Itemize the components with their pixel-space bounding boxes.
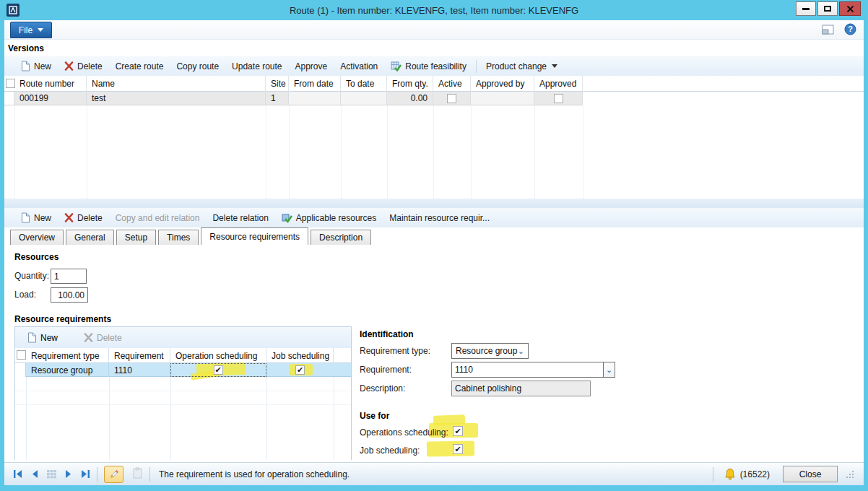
layout-icon[interactable] [822, 25, 834, 35]
rr-new-button[interactable]: New [21, 327, 64, 348]
window-body: File ? Versions [4, 20, 864, 485]
row-select-cell[interactable] [4, 92, 14, 105]
column-header[interactable]: To date [341, 76, 387, 92]
requirement-cell[interactable]: 1110 [109, 363, 170, 377]
relations-toolbar: New Delete Copy and edit relation Delete… [4, 208, 864, 227]
from-qty-cell[interactable]: 0.00 [387, 92, 433, 105]
quantity-field[interactable]: 1 [51, 269, 87, 284]
route-feasibility-button[interactable]: Route feasibility [384, 56, 473, 76]
help-icon[interactable]: ? [844, 23, 856, 35]
delete-button[interactable]: Delete [58, 56, 109, 76]
delete-x-icon [64, 213, 74, 222]
column-header[interactable]: From date [289, 76, 341, 92]
route-feasibility-label: Route feasibility [405, 61, 466, 71]
to-date-cell[interactable] [341, 92, 387, 105]
column-header[interactable]: Operation scheduling [170, 348, 266, 363]
column-header[interactable]: Route number [14, 76, 87, 92]
rr-grid-header: Requirement type Requirement Operation s… [15, 348, 351, 363]
load-field[interactable]: 100.00 [51, 287, 88, 303]
pane-splitter[interactable] [4, 199, 864, 208]
table-row[interactable]: 000199 test 1 0.00 [4, 92, 864, 105]
column-header[interactable]: Approved by [471, 76, 534, 92]
description-label: Description: [360, 383, 405, 394]
bell-icon[interactable] [724, 468, 736, 480]
previous-record-icon[interactable] [30, 469, 39, 479]
tab-times[interactable]: Times [158, 230, 199, 245]
maximize-button[interactable] [817, 1, 838, 16]
site-cell[interactable]: 1 [266, 92, 289, 105]
active-checkbox[interactable] [447, 94, 456, 103]
operations-scheduling-checkbox[interactable]: ✔ [453, 426, 463, 436]
column-header[interactable]: Active [433, 76, 471, 92]
activation-button[interactable]: Activation [334, 56, 384, 76]
from-date-cell[interactable] [289, 92, 341, 105]
tab-description[interactable]: Description [311, 230, 371, 245]
new-label: New [34, 213, 51, 223]
file-menu-button[interactable]: File [10, 22, 52, 38]
new-relation-button[interactable]: New [14, 208, 58, 227]
tab-general[interactable]: General [66, 230, 114, 245]
record-navigation [4, 469, 90, 479]
file-menu-label: File [19, 25, 32, 35]
first-record-icon[interactable] [13, 469, 23, 479]
tab-resource-requirements[interactable]: Resource requirements [201, 227, 308, 245]
clipboard-button[interactable] [132, 467, 143, 482]
last-record-icon[interactable] [80, 469, 90, 479]
rr-select-all-checkbox[interactable] [17, 350, 26, 360]
active-cell[interactable] [433, 92, 471, 105]
toolbar-separator [476, 60, 477, 73]
requirement-type-select[interactable]: Resource group ⌄ [451, 343, 529, 359]
copy-and-edit-relation-button[interactable]: Copy and edit relation [109, 208, 207, 227]
requirement-type-cell[interactable]: Resource group [26, 363, 109, 377]
maintain-resource-requirements-button[interactable]: Maintain resource requir... [383, 208, 496, 227]
versions-toolbar: New Delete Create route Copy route Updat… [4, 56, 864, 76]
requirement-field[interactable]: 1110 [451, 362, 604, 378]
approved-cell[interactable] [534, 92, 583, 105]
column-header[interactable]: Approved [534, 76, 583, 92]
tab-overview[interactable]: Overview [10, 230, 64, 245]
name-cell[interactable]: test [87, 92, 266, 105]
job-scheduling-checkbox[interactable]: ✔ [295, 365, 305, 375]
route-number-cell[interactable]: 000199 [14, 92, 87, 105]
grid-view-icon[interactable] [46, 469, 57, 479]
marker-highlight [427, 440, 474, 456]
delete-relation-button[interactable]: Delete relation [206, 208, 274, 227]
update-route-button[interactable]: Update route [225, 56, 288, 76]
grid-column-line [583, 105, 583, 199]
grid-row-line [15, 391, 351, 391]
requirement-dropdown-button[interactable]: ⌄ [603, 362, 615, 378]
column-header[interactable]: Job scheduling [266, 348, 334, 363]
checkbox-check: ✔ [454, 427, 461, 435]
applicable-resources-button[interactable]: Applicable resources [275, 208, 383, 227]
rr-grid-empty-area [15, 377, 351, 460]
table-row[interactable]: Resource group 1110 ✔ ✔ [15, 363, 351, 377]
column-header[interactable]: Requirement [109, 348, 170, 363]
edit-mode-button[interactable] [104, 466, 123, 483]
job-scheduling-cell[interactable]: ✔ [266, 363, 334, 377]
approve-button[interactable]: Approve [289, 56, 334, 76]
minimize-button[interactable] [796, 1, 816, 16]
copy-route-button[interactable]: Copy route [170, 56, 225, 76]
new-page-icon [21, 212, 30, 223]
rr-delete-button[interactable]: Delete [77, 327, 129, 348]
product-change-button[interactable]: Product change [479, 56, 564, 76]
requirement-label: Requirement: [360, 365, 412, 375]
tab-setup[interactable]: Setup [116, 230, 156, 245]
column-header[interactable]: Site [266, 76, 289, 92]
column-header[interactable]: Requirement type [26, 348, 109, 363]
row-select-cell[interactable] [15, 363, 26, 377]
approved-checkbox[interactable] [554, 94, 563, 103]
resize-grip-icon[interactable] [846, 471, 854, 478]
column-header[interactable]: Name [87, 76, 266, 92]
create-route-button[interactable]: Create route [109, 56, 170, 76]
new-button[interactable]: New [14, 56, 58, 76]
next-record-icon[interactable] [64, 469, 73, 479]
close-window-button[interactable] [839, 1, 861, 16]
grid-column-line [266, 377, 267, 460]
job-scheduling-checkbox[interactable]: ✔ [453, 444, 463, 454]
column-header[interactable]: From qty. [387, 76, 433, 92]
close-button[interactable]: Close [783, 466, 838, 482]
approved-by-cell[interactable] [471, 92, 534, 105]
delete-label: Delete [97, 333, 122, 343]
delete-relation-row-button[interactable]: Delete [58, 208, 109, 227]
